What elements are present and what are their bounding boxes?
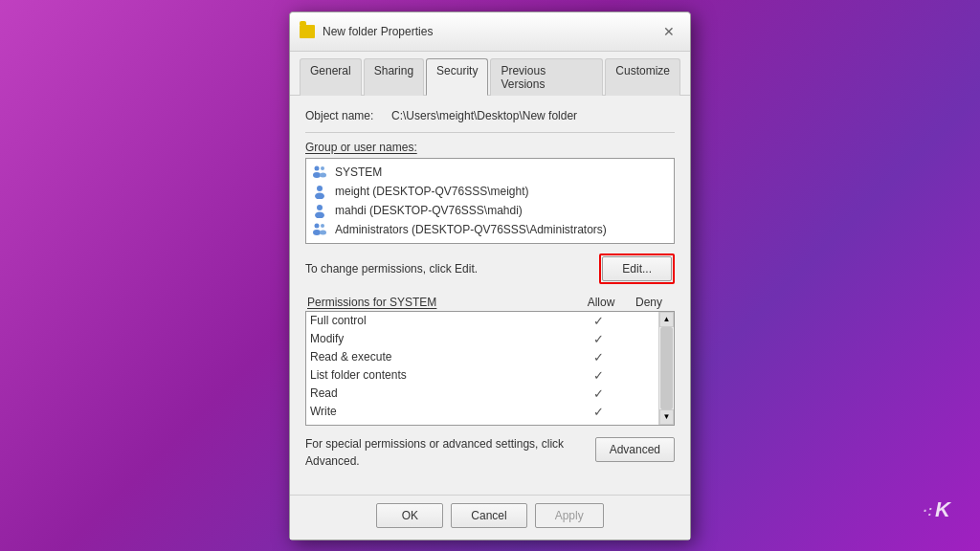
checkmark-icon: ✓: [593, 368, 604, 383]
permissions-for-label: Permissions for SYSTEM: [307, 296, 577, 309]
tab-bar: General Sharing Security Previous Versio…: [290, 52, 690, 96]
apply-button[interactable]: Apply: [535, 503, 604, 528]
ok-button[interactable]: OK: [376, 503, 443, 528]
change-permissions-row: To change permissions, click Edit. Edit.…: [305, 253, 675, 284]
bottom-buttons: OK Cancel Apply: [290, 495, 690, 540]
svg-point-5: [315, 192, 324, 199]
perm-allow-check: ✓: [574, 386, 622, 401]
perm-allow-check: ✓: [574, 332, 622, 346]
svg-point-7: [315, 211, 324, 218]
user-name: meight (DESKTOP-QV76SSS\meight): [335, 185, 529, 198]
permissions-section: Permissions for SYSTEM Allow Deny Full c…: [305, 296, 675, 426]
perm-row-modify: Modify ✓: [306, 330, 674, 348]
scrollbar[interactable]: ▲ ▼: [658, 312, 674, 425]
title-bar-left: New folder Properties: [300, 25, 433, 38]
perm-row-list-folder: List folder contents ✓: [306, 366, 674, 385]
perm-name: List folder contents: [310, 368, 574, 382]
user-name: SYSTEM: [335, 165, 382, 179]
list-item[interactable]: SYSTEM: [308, 163, 672, 182]
checkmark-icon: ✓: [593, 332, 604, 346]
title-bar: New folder Properties ✕: [290, 12, 690, 52]
svg-point-4: [317, 186, 323, 191]
special-permissions-row: For special permissions or advanced sett…: [305, 435, 675, 470]
perm-name: Full control: [310, 314, 574, 327]
list-item[interactable]: mahdi (DESKTOP-QV76SSS\mahdi): [308, 201, 672, 220]
tab-security[interactable]: Security: [426, 58, 488, 96]
dialog-title: New folder Properties: [323, 25, 433, 38]
users-list[interactable]: SYSTEM meight (DESKTOP-QV76SSS\meight) m…: [305, 158, 675, 244]
perm-row-write: Write ✓: [306, 403, 674, 421]
edit-button[interactable]: Edit...: [602, 256, 672, 281]
perm-allow-check: ✓: [574, 314, 622, 328]
object-name-row: Object name: C:\Users\meight\Desktop\New…: [305, 109, 675, 122]
permissions-allow-header: Allow: [577, 296, 625, 309]
checkmark-icon: ✓: [593, 314, 604, 328]
group-icon: [312, 222, 327, 237]
svg-point-3: [320, 172, 326, 177]
tab-sharing[interactable]: Sharing: [364, 58, 424, 96]
change-perms-text: To change permissions, click Edit.: [305, 262, 478, 276]
perm-allow-check: ✓: [574, 350, 622, 364]
svg-point-1: [313, 172, 321, 178]
checkmark-icon: ✓: [593, 386, 604, 401]
perm-allow-check: ✓: [574, 405, 622, 419]
scroll-down-arrow[interactable]: ▼: [659, 409, 674, 425]
user-name: mahdi (DESKTOP-QV76SSS\mahdi): [335, 204, 523, 217]
checkmark-icon: ✓: [593, 405, 604, 419]
perm-row-full-control: Full control ✓: [306, 312, 674, 330]
users-section-label: Group or user names:: [305, 141, 675, 154]
perm-allow-check: ✓: [574, 368, 622, 383]
object-name-value: C:\Users\meight\Desktop\New folder: [391, 109, 577, 122]
perm-row-read-execute: Read & execute ✓: [306, 348, 674, 366]
properties-dialog: New folder Properties ✕ General Sharing …: [289, 11, 691, 540]
user-icon: [312, 203, 327, 218]
scroll-up-arrow[interactable]: ▲: [659, 312, 674, 327]
perm-name: Read & execute: [310, 350, 574, 364]
permissions-table: Full control ✓ Modify ✓ Read & execute ✓: [305, 311, 675, 426]
svg-point-2: [321, 166, 324, 170]
permissions-header: Permissions for SYSTEM Allow Deny: [305, 296, 675, 309]
list-item[interactable]: Administrators (DESKTOP-QV76SSS\Administ…: [308, 220, 672, 239]
divider: [305, 132, 675, 133]
tab-previous-versions[interactable]: Previous Versions: [490, 58, 603, 96]
object-name-label: Object name:: [305, 109, 391, 122]
svg-point-11: [320, 230, 326, 234]
svg-point-6: [317, 205, 323, 210]
svg-point-8: [315, 223, 320, 228]
perm-row-read: Read ✓: [306, 385, 674, 403]
brand-logo: K: [924, 497, 951, 522]
group-icon: [312, 165, 327, 180]
tab-customize[interactable]: Customize: [605, 58, 680, 96]
svg-point-10: [321, 224, 324, 228]
permissions-deny-header: Deny: [625, 296, 673, 309]
perm-name: Read: [310, 386, 574, 400]
cancel-button[interactable]: Cancel: [451, 503, 526, 528]
advanced-button[interactable]: Advanced: [595, 437, 675, 462]
edit-button-highlight: Edit...: [599, 253, 675, 284]
special-perms-text: For special permissions or advanced sett…: [305, 435, 595, 470]
checkmark-icon: ✓: [593, 350, 604, 364]
tab-general[interactable]: General: [300, 58, 362, 96]
perm-name: Modify: [310, 332, 574, 345]
svg-point-9: [313, 230, 321, 235]
close-button[interactable]: ✕: [657, 20, 680, 43]
perm-name: Write: [310, 405, 574, 418]
list-item[interactable]: meight (DESKTOP-QV76SSS\meight): [308, 182, 672, 201]
scroll-thumb[interactable]: [660, 327, 673, 409]
user-icon: [312, 184, 327, 199]
user-name: Administrators (DESKTOP-QV76SSS\Administ…: [335, 223, 607, 236]
svg-point-0: [315, 165, 320, 170]
folder-icon: [300, 25, 315, 38]
tab-content: Object name: C:\Users\meight\Desktop\New…: [290, 96, 690, 495]
